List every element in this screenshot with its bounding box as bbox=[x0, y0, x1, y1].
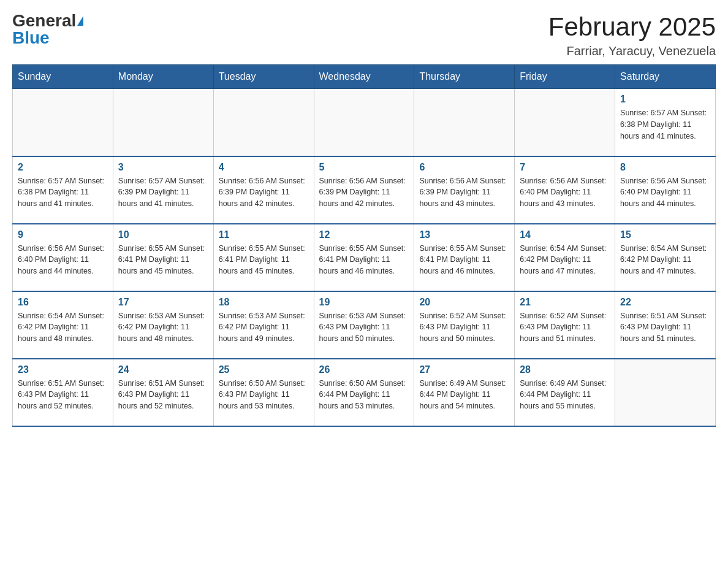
day-number: 26 bbox=[319, 364, 409, 375]
calendar-cell: 27Sunrise: 6:49 AM Sunset: 6:44 PM Dayli… bbox=[414, 359, 515, 426]
day-info: Sunrise: 6:52 AM Sunset: 6:43 PM Dayligh… bbox=[419, 310, 509, 345]
day-number: 22 bbox=[620, 297, 710, 308]
calendar-cell: 2Sunrise: 6:57 AM Sunset: 6:38 PM Daylig… bbox=[13, 156, 113, 224]
calendar-cell: 1Sunrise: 6:57 AM Sunset: 6:38 PM Daylig… bbox=[615, 89, 716, 156]
day-info: Sunrise: 6:56 AM Sunset: 6:39 PM Dayligh… bbox=[319, 175, 409, 210]
logo-blue-text: Blue bbox=[12, 28, 50, 47]
weekday-header-tuesday: Tuesday bbox=[213, 65, 314, 89]
day-info: Sunrise: 6:49 AM Sunset: 6:44 PM Dayligh… bbox=[419, 378, 509, 412]
day-number: 24 bbox=[118, 364, 208, 375]
calendar-week-row: 23Sunrise: 6:51 AM Sunset: 6:43 PM Dayli… bbox=[13, 359, 716, 426]
day-info: Sunrise: 6:54 AM Sunset: 6:42 PM Dayligh… bbox=[18, 310, 108, 345]
logo: General Blue bbox=[12, 12, 83, 47]
day-info: Sunrise: 6:57 AM Sunset: 6:39 PM Dayligh… bbox=[118, 175, 208, 210]
calendar-cell: 3Sunrise: 6:57 AM Sunset: 6:39 PM Daylig… bbox=[113, 156, 213, 224]
calendar-cell bbox=[213, 89, 314, 156]
calendar-cell bbox=[113, 89, 213, 156]
calendar-cell: 15Sunrise: 6:54 AM Sunset: 6:42 PM Dayli… bbox=[615, 224, 716, 291]
title-area: February 2025 Farriar, Yaracuy, Venezuel… bbox=[548, 12, 716, 58]
month-title: February 2025 bbox=[548, 12, 716, 42]
calendar-cell: 20Sunrise: 6:52 AM Sunset: 6:43 PM Dayli… bbox=[414, 291, 515, 359]
day-info: Sunrise: 6:54 AM Sunset: 6:42 PM Dayligh… bbox=[520, 243, 610, 277]
calendar-cell: 13Sunrise: 6:55 AM Sunset: 6:41 PM Dayli… bbox=[414, 224, 515, 291]
calendar-cell: 10Sunrise: 6:55 AM Sunset: 6:41 PM Dayli… bbox=[113, 224, 213, 291]
day-info: Sunrise: 6:51 AM Sunset: 6:43 PM Dayligh… bbox=[118, 378, 208, 412]
day-number: 18 bbox=[219, 297, 309, 308]
calendar-cell: 18Sunrise: 6:53 AM Sunset: 6:42 PM Dayli… bbox=[213, 291, 314, 359]
day-info: Sunrise: 6:56 AM Sunset: 6:40 PM Dayligh… bbox=[520, 175, 610, 210]
day-info: Sunrise: 6:56 AM Sunset: 6:39 PM Dayligh… bbox=[219, 175, 309, 210]
calendar-cell bbox=[615, 359, 716, 426]
day-info: Sunrise: 6:55 AM Sunset: 6:41 PM Dayligh… bbox=[419, 243, 509, 277]
day-info: Sunrise: 6:56 AM Sunset: 6:40 PM Dayligh… bbox=[18, 243, 108, 277]
calendar-cell: 7Sunrise: 6:56 AM Sunset: 6:40 PM Daylig… bbox=[515, 156, 615, 224]
day-info: Sunrise: 6:53 AM Sunset: 6:42 PM Dayligh… bbox=[219, 310, 309, 345]
calendar-cell: 25Sunrise: 6:50 AM Sunset: 6:43 PM Dayli… bbox=[213, 359, 314, 426]
day-number: 9 bbox=[18, 229, 108, 240]
day-number: 7 bbox=[520, 162, 610, 173]
calendar-cell bbox=[414, 89, 515, 156]
day-info: Sunrise: 6:50 AM Sunset: 6:44 PM Dayligh… bbox=[319, 378, 409, 412]
day-number: 6 bbox=[419, 162, 509, 173]
calendar-cell: 6Sunrise: 6:56 AM Sunset: 6:39 PM Daylig… bbox=[414, 156, 515, 224]
calendar-week-row: 9Sunrise: 6:56 AM Sunset: 6:40 PM Daylig… bbox=[13, 224, 716, 291]
day-number: 20 bbox=[419, 297, 509, 308]
calendar-week-row: 16Sunrise: 6:54 AM Sunset: 6:42 PM Dayli… bbox=[13, 291, 716, 359]
calendar-cell: 14Sunrise: 6:54 AM Sunset: 6:42 PM Dayli… bbox=[515, 224, 615, 291]
day-number: 14 bbox=[520, 229, 610, 240]
day-info: Sunrise: 6:55 AM Sunset: 6:41 PM Dayligh… bbox=[319, 243, 409, 277]
day-number: 1 bbox=[620, 94, 710, 105]
day-info: Sunrise: 6:54 AM Sunset: 6:42 PM Dayligh… bbox=[620, 243, 710, 277]
calendar-cell: 24Sunrise: 6:51 AM Sunset: 6:43 PM Dayli… bbox=[113, 359, 213, 426]
day-number: 4 bbox=[219, 162, 309, 173]
weekday-header-friday: Friday bbox=[515, 65, 615, 89]
calendar-table: SundayMondayTuesdayWednesdayThursdayFrid… bbox=[12, 64, 716, 427]
location-subtitle: Farriar, Yaracuy, Venezuela bbox=[548, 44, 716, 58]
day-number: 21 bbox=[520, 297, 610, 308]
day-number: 15 bbox=[620, 229, 710, 240]
day-number: 10 bbox=[118, 229, 208, 240]
day-info: Sunrise: 6:53 AM Sunset: 6:43 PM Dayligh… bbox=[319, 310, 409, 345]
day-info: Sunrise: 6:51 AM Sunset: 6:43 PM Dayligh… bbox=[18, 378, 108, 412]
calendar-cell: 5Sunrise: 6:56 AM Sunset: 6:39 PM Daylig… bbox=[314, 156, 414, 224]
day-number: 25 bbox=[219, 364, 309, 375]
page-header: General Blue February 2025 Farriar, Yara… bbox=[12, 12, 716, 58]
day-number: 11 bbox=[219, 229, 309, 240]
calendar-cell: 17Sunrise: 6:53 AM Sunset: 6:42 PM Dayli… bbox=[113, 291, 213, 359]
calendar-cell: 26Sunrise: 6:50 AM Sunset: 6:44 PM Dayli… bbox=[314, 359, 414, 426]
calendar-cell bbox=[314, 89, 414, 156]
day-number: 12 bbox=[319, 229, 409, 240]
calendar-cell: 22Sunrise: 6:51 AM Sunset: 6:43 PM Dayli… bbox=[615, 291, 716, 359]
weekday-header-saturday: Saturday bbox=[615, 65, 716, 89]
day-number: 16 bbox=[18, 297, 108, 308]
calendar-cell: 19Sunrise: 6:53 AM Sunset: 6:43 PM Dayli… bbox=[314, 291, 414, 359]
day-info: Sunrise: 6:55 AM Sunset: 6:41 PM Dayligh… bbox=[118, 243, 208, 277]
day-info: Sunrise: 6:49 AM Sunset: 6:44 PM Dayligh… bbox=[520, 378, 610, 412]
day-info: Sunrise: 6:56 AM Sunset: 6:39 PM Dayligh… bbox=[419, 175, 509, 210]
logo-triangle-icon bbox=[77, 16, 83, 26]
day-info: Sunrise: 6:56 AM Sunset: 6:40 PM Dayligh… bbox=[620, 175, 710, 210]
day-number: 3 bbox=[118, 162, 208, 173]
day-number: 27 bbox=[419, 364, 509, 375]
calendar-week-row: 2Sunrise: 6:57 AM Sunset: 6:38 PM Daylig… bbox=[13, 156, 716, 224]
day-number: 8 bbox=[620, 162, 710, 173]
day-number: 19 bbox=[319, 297, 409, 308]
calendar-cell bbox=[13, 89, 113, 156]
calendar-cell: 8Sunrise: 6:56 AM Sunset: 6:40 PM Daylig… bbox=[615, 156, 716, 224]
logo-general-text: General bbox=[12, 12, 76, 29]
day-info: Sunrise: 6:52 AM Sunset: 6:43 PM Dayligh… bbox=[520, 310, 610, 345]
calendar-cell bbox=[515, 89, 615, 156]
calendar-cell: 9Sunrise: 6:56 AM Sunset: 6:40 PM Daylig… bbox=[13, 224, 113, 291]
calendar-cell: 16Sunrise: 6:54 AM Sunset: 6:42 PM Dayli… bbox=[13, 291, 113, 359]
weekday-header-row: SundayMondayTuesdayWednesdayThursdayFrid… bbox=[13, 65, 716, 89]
weekday-header-thursday: Thursday bbox=[414, 65, 515, 89]
weekday-header-sunday: Sunday bbox=[13, 65, 113, 89]
day-number: 17 bbox=[118, 297, 208, 308]
calendar-week-row: 1Sunrise: 6:57 AM Sunset: 6:38 PM Daylig… bbox=[13, 89, 716, 156]
day-number: 13 bbox=[419, 229, 509, 240]
day-number: 2 bbox=[18, 162, 108, 173]
day-info: Sunrise: 6:51 AM Sunset: 6:43 PM Dayligh… bbox=[620, 310, 710, 345]
day-number: 23 bbox=[18, 364, 108, 375]
day-info: Sunrise: 6:57 AM Sunset: 6:38 PM Dayligh… bbox=[620, 107, 710, 142]
day-number: 28 bbox=[520, 364, 610, 375]
